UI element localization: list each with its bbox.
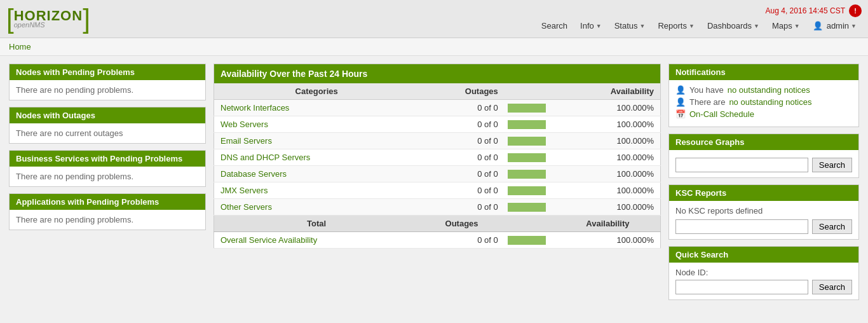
nav-info[interactable]: Info▼ xyxy=(575,18,607,33)
row-bar xyxy=(505,182,555,199)
ksc-reports-body: No KSC reports defined Search xyxy=(669,201,858,239)
avail-row: Web Servers 0 of 0 100.000% xyxy=(214,116,661,133)
total-label: Total xyxy=(214,216,419,232)
nodes-pending-body: There are no pending problems. xyxy=(10,80,205,100)
logo-opennms-text: openNMS xyxy=(14,22,83,29)
row-avail: 100.000% xyxy=(555,166,661,182)
row-outages: 0 of 0 xyxy=(419,199,505,216)
quick-search-panel: Quick Search Node ID: Search xyxy=(668,246,859,300)
ksc-reports-input[interactable] xyxy=(675,219,808,234)
row-avail: 100.000% xyxy=(555,182,661,199)
row-outages: 0 of 0 xyxy=(419,100,505,116)
logo-bracket: [ xyxy=(6,6,14,32)
row-avail: 100.000% xyxy=(555,100,661,116)
col-availability: Availability xyxy=(555,83,661,100)
notice-link-1[interactable]: no outstanding notices xyxy=(728,85,810,95)
cat-link[interactable]: Email Servers xyxy=(220,136,272,146)
cat-link[interactable]: Database Servers xyxy=(220,169,287,179)
breadcrumb: Home xyxy=(0,38,868,56)
total-cat[interactable]: Overall Service Availability xyxy=(214,232,419,249)
col-outages: Outages xyxy=(419,83,505,100)
quick-search-header: Quick Search xyxy=(669,247,858,263)
row-bar xyxy=(505,100,555,116)
cat-link[interactable]: DNS and DHCP Servers xyxy=(220,153,310,162)
row-bar xyxy=(505,133,555,149)
resource-graphs-search-btn[interactable]: Search xyxy=(812,158,852,172)
availability-rows: Network Interfaces 0 of 0 100.000% Web S… xyxy=(214,100,661,216)
notifications-header: Notifications xyxy=(669,64,858,80)
cat-name[interactable]: JMX Servers xyxy=(214,182,419,199)
row-avail: 100.000% xyxy=(555,199,661,216)
logo: [ HORIZON openNMS ] xyxy=(6,6,90,32)
apps-pending-body: There are no pending problems. xyxy=(10,210,205,230)
resource-graphs-body: Search xyxy=(669,150,858,177)
avail-row: Email Servers 0 of 0 100.000% xyxy=(214,133,661,149)
row-avail: 100.000% xyxy=(555,116,661,133)
quick-search-row: Search xyxy=(675,280,852,294)
cat-name[interactable]: Other Servers xyxy=(214,199,419,216)
total-avail-pct: 100.000% xyxy=(555,232,661,249)
nav-status[interactable]: Status▼ xyxy=(609,18,651,33)
row-bar xyxy=(505,149,555,166)
row-avail: 100.000% xyxy=(555,149,661,166)
cat-link[interactable]: Web Servers xyxy=(220,120,268,129)
total-cat-link[interactable]: Overall Service Availability xyxy=(220,235,317,245)
nodes-outages-header: Nodes with Outages xyxy=(10,107,205,123)
nav-dashboards[interactable]: Dashboards▼ xyxy=(702,18,764,33)
avail-row: Database Servers 0 of 0 100.000% xyxy=(214,166,661,182)
avail-row: Other Servers 0 of 0 100.000% xyxy=(214,199,661,216)
nav-maps[interactable]: Maps▼ xyxy=(767,18,805,33)
cat-name[interactable]: Web Servers xyxy=(214,116,419,133)
resource-graphs-input[interactable] xyxy=(675,158,808,172)
resource-graphs-search-row: Search xyxy=(675,158,852,172)
person-icon: 👤 xyxy=(675,85,686,95)
ksc-reports-search-row: Search xyxy=(675,219,852,234)
row-bar xyxy=(505,166,555,182)
quick-search-btn[interactable]: Search xyxy=(812,280,852,294)
apps-pending-panel: Applications with Pending Problems There… xyxy=(9,193,206,230)
notice-link-2[interactable]: no outstanding notices xyxy=(729,97,811,107)
cat-link[interactable]: JMX Servers xyxy=(220,186,268,195)
cat-name[interactable]: DNS and DHCP Servers xyxy=(214,149,419,166)
calendar-icon: 📅 xyxy=(675,109,686,119)
avail-title: Availability Over the Past 24 Hours xyxy=(214,64,661,84)
notifications-body: 👤 You have no outstanding notices 👤 Ther… xyxy=(669,80,858,127)
row-avail: 100.000% xyxy=(555,133,661,149)
datetime-bar: Aug 4, 2016 14:45 CST ! xyxy=(766,4,862,17)
cat-name[interactable]: Email Servers xyxy=(214,133,419,149)
availability-table: Availability Over the Past 24 Hours Cate… xyxy=(214,64,661,249)
main-content: Nodes with Pending Problems There are no… xyxy=(0,56,868,308)
total-bar-header xyxy=(505,216,555,232)
alert-icon[interactable]: ! xyxy=(849,4,862,17)
cat-link[interactable]: Other Servers xyxy=(220,202,272,212)
nav-search[interactable]: Search xyxy=(536,18,573,33)
avail-row: JMX Servers 0 of 0 100.000% xyxy=(214,182,661,199)
nav-bar: Search Info▼ Status▼ Reports▼ Dashboards… xyxy=(536,18,862,33)
home-link[interactable]: Home xyxy=(9,42,31,52)
datetime-text: Aug 4, 2016 14:45 CST xyxy=(766,6,845,15)
total-outages: 0 of 0 xyxy=(419,232,505,249)
notice-prefix-2: There are xyxy=(689,97,725,107)
quick-search-input[interactable] xyxy=(675,280,808,294)
total-row: Overall Service Availability 0 of 0 100.… xyxy=(214,232,661,249)
notice-row-3: 📅 On-Call Schedule xyxy=(675,109,852,119)
biz-services-panel: Business Services with Pending Problems … xyxy=(9,150,206,187)
nav-admin[interactable]: 👤 admin ▼ xyxy=(808,18,862,33)
cat-name[interactable]: Database Servers xyxy=(214,166,419,182)
nav-reports[interactable]: Reports▼ xyxy=(653,18,699,33)
notice-row-2: 👤 There are no outstanding notices xyxy=(675,97,852,107)
node-id-label: Node ID: xyxy=(675,268,852,277)
nodes-pending-header: Nodes with Pending Problems xyxy=(10,64,205,80)
right-column: Notifications 👤 You have no outstanding … xyxy=(668,64,859,300)
center-column: Availability Over the Past 24 Hours Cate… xyxy=(214,64,661,300)
cat-name[interactable]: Network Interfaces xyxy=(214,100,419,116)
total-header-row: Total Outages Availability xyxy=(214,216,661,232)
oncall-link[interactable]: On-Call Schedule xyxy=(689,109,754,119)
resource-graphs-panel: Resource Graphs Search xyxy=(668,134,859,178)
cat-link[interactable]: Network Interfaces xyxy=(220,103,289,113)
total-bar xyxy=(505,232,555,249)
total-avail-label: Availability xyxy=(555,216,661,232)
ksc-reports-search-btn[interactable]: Search xyxy=(812,219,852,234)
left-column: Nodes with Pending Problems There are no… xyxy=(9,64,206,300)
notice-row-1: 👤 You have no outstanding notices xyxy=(675,85,852,95)
